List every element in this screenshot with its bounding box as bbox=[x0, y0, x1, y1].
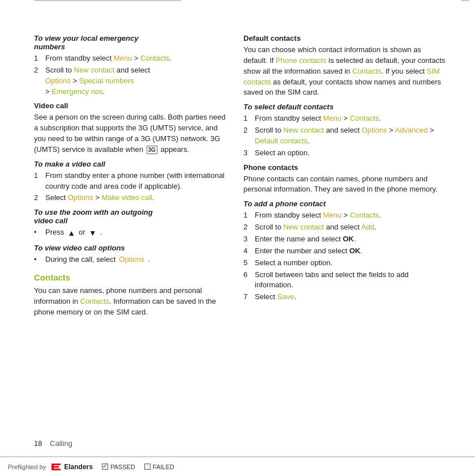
list-item: 3 Select an option. bbox=[243, 148, 447, 159]
3g-icon: 3G bbox=[147, 146, 157, 154]
list-item: 2 Scroll to New contact and select Optio… bbox=[243, 125, 447, 147]
contacts-heading: Contacts bbox=[34, 273, 226, 282]
svg-rect-3 bbox=[54, 469, 61, 470]
list-item: 1 From standby select Menu > Contacts. bbox=[34, 53, 226, 64]
list-item: 5 Select a number option. bbox=[243, 258, 447, 269]
make-video-call-title: To make a video call bbox=[34, 160, 226, 168]
select-default-contacts-list: 1 From standby select Menu > Contacts. 2… bbox=[243, 113, 447, 158]
add-phone-contact-list: 1 From standby select Menu > Contacts. 2… bbox=[243, 210, 447, 303]
failed-label: FAILED bbox=[153, 464, 174, 470]
page-label: Calling bbox=[50, 439, 72, 448]
page-container: To view your local emergencynumbers 1 Fr… bbox=[0, 0, 475, 476]
svg-rect-2 bbox=[54, 466, 59, 468]
video-call-title: Video call bbox=[34, 101, 226, 110]
list-item: 2 Select Options > Make video call. bbox=[34, 193, 226, 203]
emergency-numbers-title: To view your local emergencynumbers bbox=[34, 34, 226, 51]
elanders-label: Elanders bbox=[64, 463, 93, 471]
footer-bar: Preflighted by Elanders PASSED FAILED bbox=[0, 457, 475, 476]
elanders-logo: Elanders bbox=[50, 462, 93, 471]
list-item: Press ▲ or ▼. bbox=[34, 227, 226, 239]
list-item: 2 Scroll to New contact and select Add. bbox=[243, 222, 447, 233]
top-decoration-left bbox=[34, 0, 181, 1]
page-number-area: 18 Calling bbox=[34, 439, 72, 448]
list-item: During the call, select Options. bbox=[34, 254, 226, 265]
left-column: To view your local emergencynumbers 1 Fr… bbox=[34, 34, 226, 322]
zoom-down-icon: ▼ bbox=[89, 227, 97, 239]
preflighted-by-text: Preflighted by bbox=[8, 464, 46, 470]
list-item: 1 From standby enter a phone number (wit… bbox=[34, 171, 226, 192]
list-item: 4 Enter the number and select OK. bbox=[243, 246, 447, 257]
elanders-logo-icon bbox=[50, 462, 62, 471]
list-item: 2 Scroll to New contact and selectOption… bbox=[34, 65, 226, 97]
default-contacts-title: Default contacts bbox=[243, 34, 447, 42]
svg-rect-1 bbox=[54, 464, 61, 465]
video-call-body: See a person on the screen during calls.… bbox=[34, 112, 226, 155]
zoom-up-icon: ▲ bbox=[67, 227, 75, 239]
video-call-options-list: During the call, select Options. bbox=[34, 254, 226, 265]
failed-badge: FAILED bbox=[144, 464, 174, 470]
add-phone-contact-title: To add a phone contact bbox=[243, 199, 447, 208]
content-area: To view your local emergencynumbers 1 Fr… bbox=[0, 0, 475, 322]
failed-checkbox bbox=[144, 464, 151, 470]
passed-badge: PASSED bbox=[102, 464, 135, 470]
video-call-options-title: To view video call options bbox=[34, 244, 226, 252]
list-item: 6 Scroll between tabs and select the fie… bbox=[243, 270, 447, 291]
svg-rect-0 bbox=[52, 464, 54, 470]
emergency-numbers-list: 1 From standby select Menu > Contacts. 2… bbox=[34, 53, 226, 97]
list-item: 1 From standby select Menu > Contacts. bbox=[243, 113, 447, 124]
passed-checkbox bbox=[102, 464, 108, 470]
top-decoration-right bbox=[461, 0, 469, 1]
list-item: 1 From standby select Menu > Contacts. bbox=[243, 210, 447, 221]
contacts-body: You can save names, phone numbers and pe… bbox=[34, 286, 226, 318]
right-column: Default contacts You can choose which co… bbox=[243, 34, 447, 322]
zoom-title: To use the zoom with an outgoingvideo ca… bbox=[34, 208, 226, 225]
make-video-call-list: 1 From standby enter a phone number (wit… bbox=[34, 171, 226, 204]
select-default-contacts-title: To select default contacts bbox=[243, 103, 447, 111]
list-item: 7 Select Save. bbox=[243, 292, 447, 303]
phone-contacts-body: Phone contacts can contain names, phone … bbox=[243, 174, 447, 196]
page-number: 18 bbox=[34, 439, 42, 448]
passed-label: PASSED bbox=[110, 464, 135, 470]
default-contacts-body: You can choose which contact information… bbox=[243, 45, 447, 98]
list-item: 3 Enter the name and select OK. bbox=[243, 234, 447, 245]
phone-contacts-title: Phone contacts bbox=[243, 163, 447, 172]
zoom-list: Press ▲ or ▼. bbox=[34, 227, 226, 239]
